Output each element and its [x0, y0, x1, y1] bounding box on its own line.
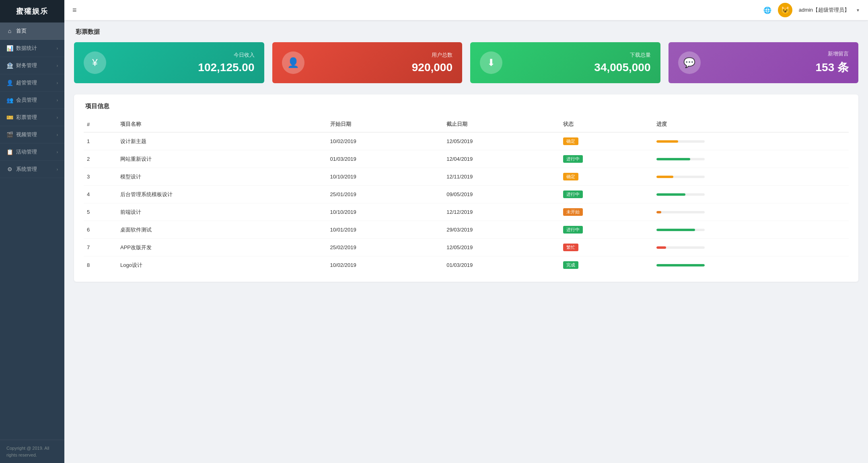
- arrow-icon: ›: [57, 81, 58, 85]
- sidebar-item-system[interactable]: ⚙ 系统管理 ›: [0, 161, 64, 178]
- row-end: 12/04/2019: [443, 150, 560, 168]
- row-start: 10/10/2019: [327, 203, 444, 221]
- stat-info-downloads: 下载总量 34,005,000: [594, 51, 650, 74]
- users-icon: 👤: [282, 51, 304, 74]
- menu-toggle[interactable]: ≡: [72, 6, 77, 14]
- project-table: #项目名称开始日期截止日期状态进度 1 设计新主题 10/02/2019 12/…: [84, 117, 849, 274]
- col-header: #: [84, 117, 117, 132]
- header-right: 🌐 😺 admin【超级管理员】 ▼: [763, 3, 860, 17]
- progress-container: [656, 193, 705, 196]
- row-end: 12/05/2019: [443, 239, 560, 256]
- row-progress: [653, 168, 849, 186]
- row-start: 10/10/2019: [327, 168, 444, 186]
- arrow-icon: ›: [57, 115, 58, 120]
- sidebar-item-left: 📋 活动管理: [6, 148, 37, 156]
- progress-fill: [656, 246, 666, 249]
- sidebar-label-data-stats: 数据统计: [16, 45, 37, 52]
- col-header: 状态: [560, 117, 653, 132]
- progress-fill: [656, 176, 673, 178]
- row-end: 01/03/2019: [443, 256, 560, 274]
- progress-fill: [656, 193, 685, 196]
- table-row: 2 网站重新设计 01/03/2019 12/04/2019 进行中: [84, 150, 849, 168]
- status-badge: 繁忙: [563, 244, 578, 251]
- stat-card-messages: 💬 新增留言 153 条: [668, 42, 859, 83]
- progress-container: [656, 211, 705, 213]
- table-row: 8 Logo设计 10/02/2019 01/03/2019 完成: [84, 256, 849, 274]
- table-row: 6 桌面软件测试 10/01/2019 29/03/2019 进行中: [84, 221, 849, 239]
- sidebar-item-left: 👤 超管管理: [6, 79, 37, 86]
- stat-value-messages: 153 条: [816, 60, 849, 75]
- row-id: 8: [84, 256, 117, 274]
- progress-container: [656, 264, 705, 266]
- sidebar-label-activity: 活动管理: [16, 148, 37, 156]
- sidebar-label-member: 会员管理: [16, 96, 37, 104]
- revenue-icon: ¥: [84, 51, 106, 74]
- sidebar-item-lottery[interactable]: 🎫 彩票管理 ›: [0, 109, 64, 126]
- stats-row: ¥ 今日收入 102,125.00 👤 用户总数 920,000 ⬇ 下载总量 …: [74, 42, 858, 83]
- avatar[interactable]: 😺: [778, 3, 792, 17]
- row-progress: [653, 186, 849, 203]
- sidebar-item-data-stats[interactable]: 📊 数据统计 ›: [0, 40, 64, 57]
- status-badge: 进行中: [563, 226, 583, 234]
- row-end: 12/05/2019: [443, 132, 560, 150]
- stat-card-users: 👤 用户总数 920,000: [272, 42, 463, 83]
- table-row: 1 设计新主题 10/02/2019 12/05/2019 确定: [84, 132, 849, 150]
- row-name: Logo设计: [117, 256, 327, 274]
- status-badge: 完成: [563, 261, 578, 269]
- row-status: 进行中: [560, 186, 653, 203]
- messages-icon: 💬: [678, 51, 701, 74]
- row-status: 进行中: [560, 150, 653, 168]
- col-header: 项目名称: [117, 117, 327, 132]
- row-progress: [653, 221, 849, 239]
- sidebar-label-super-admin: 超管管理: [16, 79, 37, 86]
- row-id: 7: [84, 239, 117, 256]
- row-id: 6: [84, 221, 117, 239]
- sidebar-item-video[interactable]: 🎬 视频管理 ›: [0, 126, 64, 143]
- row-end: 12/11/2019: [443, 168, 560, 186]
- row-name: 模型设计: [117, 168, 327, 186]
- progress-container: [656, 229, 705, 231]
- sidebar-item-home[interactable]: ⌂ 首页: [0, 23, 64, 40]
- stat-info-users: 用户总数 920,000: [412, 51, 453, 74]
- sidebar-label-system: 系统管理: [16, 166, 37, 173]
- progress-container: [656, 140, 705, 143]
- row-end: 29/03/2019: [443, 221, 560, 239]
- row-progress: [653, 132, 849, 150]
- member-icon: 👥: [6, 97, 13, 103]
- row-id: 3: [84, 168, 117, 186]
- row-status: 完成: [560, 256, 653, 274]
- lottery-icon: 🎫: [6, 114, 13, 121]
- sidebar-item-finance[interactable]: 🏦 财务管理 ›: [0, 57, 64, 74]
- row-status: 确定: [560, 132, 653, 150]
- row-name: 前端设计: [117, 203, 327, 221]
- row-progress: [653, 256, 849, 274]
- progress-fill: [656, 158, 690, 160]
- sidebar-footer: Copyright @ 2019. All rights reserved.: [0, 440, 64, 463]
- data-stats-icon: 📊: [6, 45, 13, 51]
- sidebar: 蜜獾娱乐 ⌂ 首页 📊 数据统计 › 🏦 财务管理 › 👤 超管管理 › 👥 会…: [0, 0, 64, 463]
- globe-icon[interactable]: 🌐: [763, 6, 771, 14]
- sidebar-label-video: 视频管理: [16, 131, 37, 138]
- stats-section: 彩票数据 ¥ 今日收入 102,125.00 👤 用户总数 920,000 ⬇ …: [74, 28, 858, 83]
- sidebar-item-super-admin[interactable]: 👤 超管管理 ›: [0, 74, 64, 92]
- downloads-icon: ⬇: [480, 51, 502, 74]
- sidebar-item-activity[interactable]: 📋 活动管理 ›: [0, 143, 64, 161]
- finance-icon: 🏦: [6, 62, 13, 69]
- system-icon: ⚙: [6, 166, 13, 172]
- stat-label-downloads: 下载总量: [594, 51, 650, 59]
- row-id: 5: [84, 203, 117, 221]
- stat-card-revenue: ¥ 今日收入 102,125.00: [74, 42, 264, 83]
- row-id: 1: [84, 132, 117, 150]
- row-name: APP改版开发: [117, 239, 327, 256]
- progress-container: [656, 246, 705, 249]
- row-start: 10/02/2019: [327, 256, 444, 274]
- username-label[interactable]: admin【超级管理员】: [799, 6, 849, 14]
- status-badge: 进行中: [563, 191, 583, 198]
- header: ≡ 🌐 😺 admin【超级管理员】 ▼: [64, 0, 868, 20]
- sidebar-item-member[interactable]: 👥 会员管理 ›: [0, 92, 64, 109]
- home-icon: ⌂: [6, 28, 13, 34]
- dropdown-icon[interactable]: ▼: [856, 8, 860, 12]
- table-row: 4 后台管理系统模板设计 25/01/2019 09/05/2019 进行中: [84, 186, 849, 203]
- progress-container: [656, 158, 705, 160]
- sidebar-item-left: 🏦 财务管理: [6, 62, 37, 69]
